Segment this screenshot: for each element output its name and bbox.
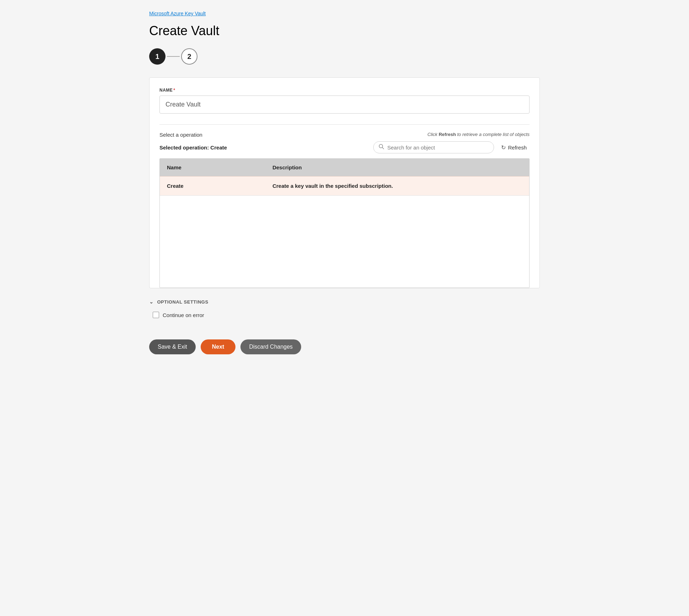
steps-row: 1 2	[149, 48, 540, 65]
next-button[interactable]: Next	[201, 339, 236, 354]
operation-select-label: Select a operation	[159, 132, 202, 138]
page-title: Create Vault	[149, 23, 540, 38]
table-header-description: Description	[265, 159, 529, 176]
name-field-group: NAME*	[159, 88, 530, 124]
refresh-icon: ↻	[501, 144, 506, 151]
operation-header-row: Select a operation Click Refresh to retr…	[159, 132, 530, 138]
required-star: *	[173, 88, 175, 93]
operation-section: Select a operation Click Refresh to retr…	[159, 124, 530, 288]
optional-settings-toggle[interactable]: ⌄ OPTIONAL SETTINGS	[149, 299, 540, 305]
continue-on-error-label: Continue on error	[163, 312, 204, 318]
continue-on-error-row: Continue on error	[153, 312, 540, 318]
main-form: NAME* Select a operation Click Refresh t…	[149, 77, 540, 288]
svg-line-1	[383, 148, 384, 149]
table-header-name: Name	[160, 159, 265, 176]
operations-table: Name Description Create Create a key vau…	[159, 158, 530, 288]
optional-settings-label: OPTIONAL SETTINGS	[157, 299, 208, 305]
step-connector	[167, 56, 180, 57]
table-empty-area	[160, 195, 529, 288]
save-exit-button[interactable]: Save & Exit	[149, 339, 196, 354]
search-icon	[379, 144, 384, 151]
search-input[interactable]	[387, 145, 489, 151]
table-cell-name: Create	[160, 176, 265, 195]
name-label: NAME*	[159, 88, 530, 93]
table-header: Name Description	[160, 159, 529, 176]
search-refresh-row: ↻ Refresh	[373, 141, 530, 153]
search-box	[373, 141, 494, 153]
table-cell-description: Create a key vault in the specified subs…	[265, 176, 529, 195]
operation-controls-row: Selected operation: Create ↻ Re	[159, 141, 530, 153]
continue-on-error-checkbox[interactable]	[153, 312, 159, 318]
bottom-action-bar: Save & Exit Next Discard Changes	[149, 339, 540, 369]
selected-operation-label: Selected operation: Create	[159, 145, 227, 151]
name-input[interactable]	[159, 96, 530, 114]
table-row[interactable]: Create Create a key vault in the specifi…	[160, 176, 529, 195]
chevron-down-icon: ⌄	[149, 299, 154, 305]
breadcrumb[interactable]: Microsoft Azure Key Vault	[149, 11, 540, 16]
refresh-button[interactable]: ↻ Refresh	[498, 143, 530, 152]
optional-settings-section: ⌄ OPTIONAL SETTINGS Continue on error	[149, 299, 540, 325]
step-2-circle[interactable]: 2	[181, 48, 197, 65]
refresh-hint-text: Click Refresh to retrieve a complete lis…	[427, 132, 530, 137]
step-1-circle[interactable]: 1	[149, 48, 166, 65]
discard-changes-button[interactable]: Discard Changes	[240, 339, 301, 354]
